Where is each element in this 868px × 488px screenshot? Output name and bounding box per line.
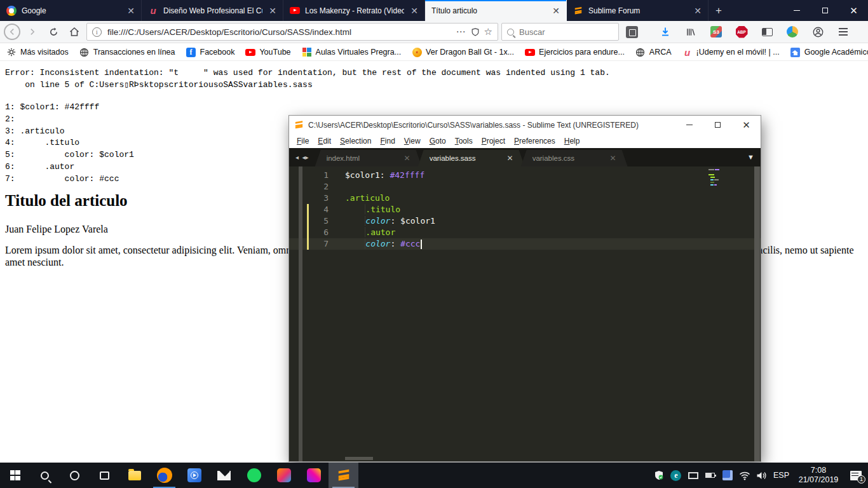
action-center-icon[interactable]: 1 bbox=[850, 471, 862, 480]
close-button[interactable]: ✕ bbox=[732, 116, 761, 134]
restore-button[interactable] bbox=[811, 0, 839, 21]
volume-icon[interactable] bbox=[756, 470, 768, 481]
code-line-6[interactable]: 6 .autor bbox=[289, 227, 761, 238]
search-input[interactable] bbox=[518, 27, 613, 37]
bookmark-arca[interactable]: ARCA bbox=[635, 47, 672, 57]
tab-overflow-menu-icon[interactable]: ▼ bbox=[747, 153, 754, 161]
candy-crush-friends-button[interactable] bbox=[269, 463, 299, 488]
bookmark-ejercicios[interactable]: Ejercicios para endure... bbox=[525, 47, 625, 57]
cortana-button[interactable] bbox=[60, 463, 90, 488]
adblock-plus-icon[interactable]: ABP bbox=[729, 23, 754, 41]
wifi-icon[interactable] bbox=[739, 470, 750, 481]
clock[interactable]: 7:08 21/07/2019 bbox=[795, 466, 842, 485]
network-app-icon[interactable] bbox=[722, 470, 733, 481]
forward-button[interactable] bbox=[24, 23, 41, 41]
url-input[interactable] bbox=[106, 27, 452, 37]
task-view-button[interactable] bbox=[90, 463, 119, 488]
reload-button[interactable] bbox=[44, 23, 62, 41]
bookmark-dragon-ball[interactable]: Ver Dragon Ball Gt - 1x... bbox=[412, 47, 514, 57]
bookmark-mas-visitados[interactable]: Más visitados bbox=[6, 47, 69, 57]
bookmark-star-icon[interactable]: ☆ bbox=[484, 26, 492, 37]
tab-youtube-video[interactable]: Los Makenzy - Retrato (Video O ✕ bbox=[283, 0, 425, 21]
new-tab-button[interactable]: + bbox=[709, 0, 729, 21]
menu-project[interactable]: Project bbox=[477, 137, 510, 146]
battery-charging-icon[interactable] bbox=[705, 470, 716, 481]
editor-tab-variables-sass-active[interactable]: variables.sass ✕ bbox=[418, 150, 525, 166]
downloads-icon[interactable] bbox=[653, 23, 678, 41]
account-icon[interactable] bbox=[805, 23, 831, 41]
tab-close-icon[interactable]: ✕ bbox=[551, 5, 561, 17]
bookmark-udemy-movil[interactable]: u ¡Udemy en el móvil! | ... bbox=[682, 47, 780, 57]
minimap[interactable] bbox=[709, 169, 725, 187]
menu-tools[interactable]: Tools bbox=[451, 137, 477, 146]
menu-edit[interactable]: Edit bbox=[313, 137, 336, 146]
horizontal-scrollbar[interactable] bbox=[345, 457, 373, 460]
language-indicator[interactable]: ESP bbox=[773, 471, 789, 480]
video-downloadhelper-icon[interactable] bbox=[780, 23, 805, 41]
defender-shield-icon[interactable] bbox=[653, 470, 665, 481]
menu-file[interactable]: File bbox=[292, 137, 313, 146]
menu-preferences[interactable]: Preferences bbox=[510, 137, 560, 146]
tab-scroll-arrows[interactable]: ◂ ◂▸ bbox=[293, 148, 315, 166]
candy-crush-soda-button[interactable] bbox=[299, 463, 329, 488]
extension-button-icon[interactable] bbox=[626, 26, 638, 38]
code-line-7[interactable]: 7 color: #ccc bbox=[289, 238, 761, 250]
eset-icon[interactable]: e bbox=[670, 470, 682, 481]
bookmark-google-academico[interactable]: Google Académico bbox=[790, 47, 868, 57]
tab-google[interactable]: Google ✕ bbox=[0, 0, 142, 21]
menu-hamburger-icon[interactable] bbox=[831, 23, 856, 41]
home-button[interactable] bbox=[65, 23, 83, 41]
display-icon[interactable] bbox=[688, 470, 699, 481]
tab-close-icon[interactable]: ✕ bbox=[126, 5, 136, 17]
tab-titulo-articulo-active[interactable]: Título articulo ✕ bbox=[425, 0, 567, 21]
sublime-taskbar-button[interactable] bbox=[329, 463, 358, 488]
tab-udemy-course[interactable]: u Diseño Web Profesional El Curs ✕ bbox=[142, 0, 283, 21]
start-button[interactable] bbox=[0, 463, 30, 488]
tab-close-icon[interactable]: ✕ bbox=[268, 5, 278, 17]
menu-goto[interactable]: Goto bbox=[425, 137, 451, 146]
taskbar-search-button[interactable] bbox=[30, 463, 60, 488]
maximize-button[interactable] bbox=[703, 116, 732, 134]
close-button[interactable]: ✕ bbox=[839, 0, 868, 21]
code-line-2[interactable]: 2 bbox=[289, 181, 761, 193]
menu-view[interactable]: View bbox=[400, 137, 425, 146]
url-bar[interactable]: i ⋯ ☆ bbox=[86, 23, 498, 41]
sublime-window[interactable]: C:\Users\ACER\Desktop\Escritorio\Curso\S… bbox=[289, 116, 761, 461]
editor-tab-variables-css[interactable]: variables.css ✕ bbox=[521, 150, 628, 166]
spotify-button[interactable] bbox=[239, 463, 269, 488]
bookmark-youtube[interactable]: YouTube bbox=[245, 47, 290, 57]
s3-translator-extension-icon[interactable]: S3 bbox=[703, 23, 729, 41]
pocket-shield-icon[interactable] bbox=[471, 27, 480, 37]
code-line-4[interactable]: 4 .titulo bbox=[289, 204, 761, 215]
tab-close-icon[interactable]: ✕ bbox=[409, 5, 419, 17]
code-line-5[interactable]: 5 color: $color1 bbox=[289, 215, 761, 227]
vertical-scrollbar[interactable] bbox=[754, 166, 760, 461]
bookmark-transacciones[interactable]: Transacciones en línea bbox=[79, 47, 175, 57]
minimize-button[interactable] bbox=[675, 116, 703, 134]
file-explorer-button[interactable] bbox=[119, 463, 149, 488]
tab-close-icon[interactable]: ✕ bbox=[693, 5, 703, 17]
sidebar-toggle-icon[interactable] bbox=[754, 23, 780, 41]
code-line-1[interactable]: 1$color1: #42ffff bbox=[289, 170, 761, 181]
back-button[interactable] bbox=[4, 24, 20, 40]
menu-selection[interactable]: Selection bbox=[336, 137, 376, 146]
minimize-button[interactable] bbox=[782, 0, 811, 21]
media-player-button[interactable] bbox=[179, 463, 209, 488]
editor-tab-index-html[interactable]: index.html ✕ bbox=[315, 150, 422, 166]
bookmark-facebook[interactable]: f Facebook bbox=[186, 47, 235, 57]
tab-sublime-forum[interactable]: Sublime Forum ✕ bbox=[567, 0, 709, 21]
tab-close-icon[interactable]: ✕ bbox=[507, 154, 513, 163]
sublime-editor-area[interactable]: 1$color1: #42ffff23.articulo4 .titulo5 c… bbox=[289, 166, 761, 461]
page-info-icon[interactable]: i bbox=[92, 27, 102, 37]
tab-close-icon[interactable]: ✕ bbox=[610, 154, 616, 163]
page-actions-icon[interactable]: ⋯ bbox=[456, 26, 466, 37]
bookmark-aulas-virtuales[interactable]: Aulas Virtuales Pregra... bbox=[302, 47, 402, 57]
code-line-3[interactable]: 3.articulo bbox=[289, 193, 761, 204]
sublime-title-bar[interactable]: C:\Users\ACER\Desktop\Escritorio\Curso\S… bbox=[289, 116, 761, 134]
firefox-taskbar-button[interactable] bbox=[149, 463, 179, 488]
library-icon[interactable] bbox=[678, 23, 703, 41]
mail-button[interactable] bbox=[209, 463, 239, 488]
menu-help[interactable]: Help bbox=[560, 137, 585, 146]
menu-find[interactable]: Find bbox=[376, 137, 399, 146]
tab-close-icon[interactable]: ✕ bbox=[404, 154, 410, 163]
